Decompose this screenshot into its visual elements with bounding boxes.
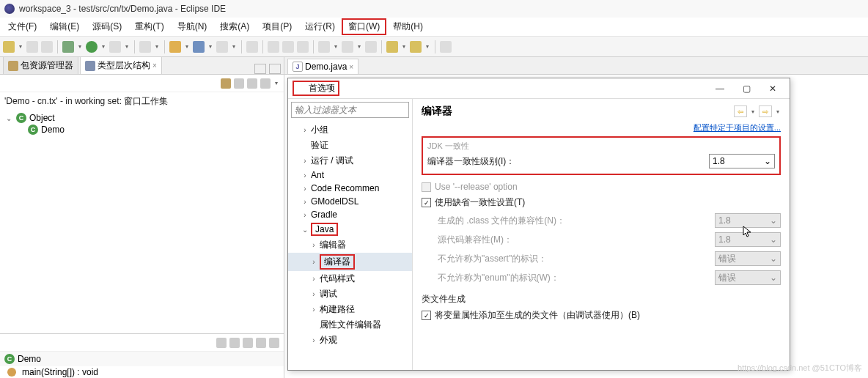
menu-search[interactable]: 搜索(A) bbox=[213, 18, 256, 35]
prefs-tree-item[interactable]: ›运行 / 调试 bbox=[288, 153, 412, 168]
menu-source[interactable]: 源码(S) bbox=[86, 18, 128, 35]
expander-icon[interactable]: › bbox=[310, 290, 317, 298]
hide-static-icon[interactable] bbox=[243, 338, 253, 348]
new-icon[interactable] bbox=[3, 41, 15, 53]
run-icon[interactable] bbox=[86, 41, 98, 53]
expander-icon[interactable]: ⌄ bbox=[4, 114, 13, 122]
main-menubar: 文件(F) 编辑(E) 源码(S) 重构(T) 导航(N) 搜索(A) 项目(P… bbox=[0, 18, 868, 37]
sort-icon[interactable] bbox=[216, 338, 227, 348]
save-all-icon[interactable] bbox=[41, 41, 53, 53]
prefs-tree-item[interactable]: ›调试 bbox=[288, 286, 412, 302]
expander-icon[interactable]: › bbox=[310, 305, 317, 314]
menu-help[interactable]: 帮助(H) bbox=[386, 18, 430, 35]
expander-icon[interactable]: › bbox=[301, 198, 309, 206]
prefs-tree-item[interactable]: ›Ant bbox=[288, 168, 412, 182]
next-annotation-icon[interactable] bbox=[342, 41, 353, 53]
menu-refactor[interactable]: 重构(T) bbox=[128, 18, 170, 35]
annotation-icon[interactable] bbox=[318, 41, 330, 53]
tree-row[interactable]: C Demo bbox=[4, 124, 279, 136]
history-icon[interactable] bbox=[260, 78, 271, 89]
tree-item-label: 验证 bbox=[311, 139, 328, 152]
project-specific-link[interactable]: 配置特定于项目的设置... bbox=[422, 122, 781, 133]
menu-navigate[interactable]: 导航(N) bbox=[171, 18, 214, 35]
subtype-icon[interactable] bbox=[247, 78, 257, 89]
expander-icon[interactable]: › bbox=[301, 157, 309, 165]
add-var-checkbox[interactable]: ✓ bbox=[422, 311, 431, 320]
last-edit-icon[interactable] bbox=[440, 41, 452, 53]
menu-run[interactable]: 运行(R) bbox=[298, 18, 342, 35]
menu-window[interactable]: 窗口(W) bbox=[342, 18, 386, 35]
close-icon[interactable]: × bbox=[349, 63, 353, 71]
menu-file[interactable]: 文件(F) bbox=[1, 18, 43, 35]
search-icon[interactable] bbox=[246, 41, 258, 53]
default-settings-checkbox[interactable]: ✓ bbox=[422, 198, 431, 207]
view-menu-icon[interactable]: ▾ bbox=[273, 78, 279, 89]
prefs-tree-item[interactable]: ⌄Java bbox=[288, 221, 412, 237]
hide-fields-icon[interactable] bbox=[229, 338, 240, 348]
prefs-tree-item[interactable]: ›小组 bbox=[288, 122, 412, 138]
back-icon[interactable] bbox=[386, 41, 398, 53]
prefs-tree-item[interactable]: ›外观 bbox=[288, 333, 412, 348]
tree-item-label: 编译器 bbox=[320, 254, 355, 270]
external-tools-icon[interactable] bbox=[139, 41, 151, 53]
prefs-tree-item[interactable]: ›Gradle bbox=[288, 208, 412, 221]
minimize-view-icon[interactable] bbox=[254, 64, 266, 74]
expander-icon[interactable]: › bbox=[301, 126, 309, 134]
maximize-button[interactable]: ▢ bbox=[734, 81, 759, 97]
minimize-button[interactable]: — bbox=[707, 81, 732, 97]
prefs-tree-item[interactable]: ›编译器 bbox=[288, 253, 412, 271]
debug-icon[interactable] bbox=[62, 41, 74, 53]
open-type-icon[interactable] bbox=[216, 41, 228, 53]
expander-icon[interactable]: ⌄ bbox=[301, 226, 309, 234]
toggle-breakpoint-icon[interactable] bbox=[268, 41, 279, 53]
pin-icon[interactable] bbox=[297, 41, 309, 53]
editor-tab-demo[interactable]: J Demo.java × bbox=[287, 59, 358, 74]
menu-project[interactable]: 项目(P) bbox=[256, 18, 298, 35]
left-panel: 包资源管理器 类型层次结构 × ▾ 'Demo - cn.tx' - in wo… bbox=[0, 57, 284, 378]
close-icon[interactable]: × bbox=[152, 62, 157, 70]
maximize-view-icon[interactable] bbox=[269, 64, 281, 74]
expander-icon[interactable]: › bbox=[310, 275, 317, 283]
prefs-tree-item[interactable]: 验证 bbox=[288, 138, 412, 153]
expander-icon[interactable]: › bbox=[310, 241, 317, 249]
dialog-titlebar[interactable]: 首选项 — ▢ ✕ bbox=[288, 78, 790, 99]
save-icon[interactable] bbox=[26, 41, 38, 53]
tree-row[interactable]: ⌄ C Object bbox=[4, 112, 279, 124]
hide-local-icon[interactable] bbox=[269, 338, 279, 348]
prefs-tree-item[interactable]: ›Code Recommen bbox=[288, 182, 412, 195]
prefs-tree[interactable]: ›小组验证›运行 / 调试›Ant›Code Recommen›GModelDS… bbox=[288, 121, 412, 349]
new-class-icon[interactable] bbox=[193, 41, 205, 53]
forward-icon[interactable] bbox=[410, 41, 422, 53]
skip-breakpoints-icon[interactable] bbox=[282, 41, 294, 53]
prefs-tree-item[interactable]: ›编辑器 bbox=[288, 237, 412, 253]
tab-package-explorer[interactable]: 包资源管理器 bbox=[3, 56, 78, 74]
method-row[interactable]: main(String[]) : void bbox=[0, 366, 284, 378]
tab-type-hierarchy[interactable]: 类型层次结构 × bbox=[80, 56, 162, 74]
menu-edit[interactable]: 编辑(E) bbox=[43, 18, 86, 35]
back-arrow-icon[interactable]: ⇦ bbox=[734, 105, 747, 117]
close-button[interactable]: ✕ bbox=[760, 81, 785, 97]
expander-icon[interactable]: › bbox=[310, 258, 317, 266]
forward-arrow-icon[interactable]: ⇨ bbox=[759, 105, 772, 117]
compliance-level-select[interactable]: 1.8 ⌄ bbox=[709, 154, 775, 168]
type-hierarchy-tree[interactable]: ⌄ C Object C Demo bbox=[0, 111, 284, 137]
hierarchy-toolbar: ▾ bbox=[0, 75, 284, 92]
hide-nonpublic-icon[interactable] bbox=[256, 338, 266, 348]
filter-input[interactable] bbox=[291, 102, 409, 118]
prefs-page-title: 编译器 bbox=[422, 105, 452, 118]
prefs-tree-item[interactable]: ›代码样式 bbox=[288, 271, 412, 286]
prefs-tree-item[interactable]: ›构建路径 bbox=[288, 302, 412, 317]
dropdown-icon[interactable]: ▾ bbox=[18, 41, 23, 53]
hierarchy-mode-icon[interactable] bbox=[221, 78, 231, 89]
supertype-icon[interactable] bbox=[234, 78, 244, 89]
prefs-tree-item[interactable]: 属性文件编辑器 bbox=[288, 317, 412, 333]
prev-annotation-icon[interactable] bbox=[365, 41, 377, 53]
tree-item-label: 编辑器 bbox=[320, 239, 346, 251]
expander-icon[interactable]: › bbox=[301, 185, 309, 193]
expander-icon[interactable]: › bbox=[310, 336, 317, 344]
new-package-icon[interactable] bbox=[169, 41, 181, 53]
expander-icon[interactable]: › bbox=[301, 211, 309, 219]
coverage-icon[interactable] bbox=[109, 41, 121, 53]
expander-icon[interactable]: › bbox=[301, 171, 309, 179]
prefs-tree-item[interactable]: ›GModelDSL bbox=[288, 195, 412, 208]
